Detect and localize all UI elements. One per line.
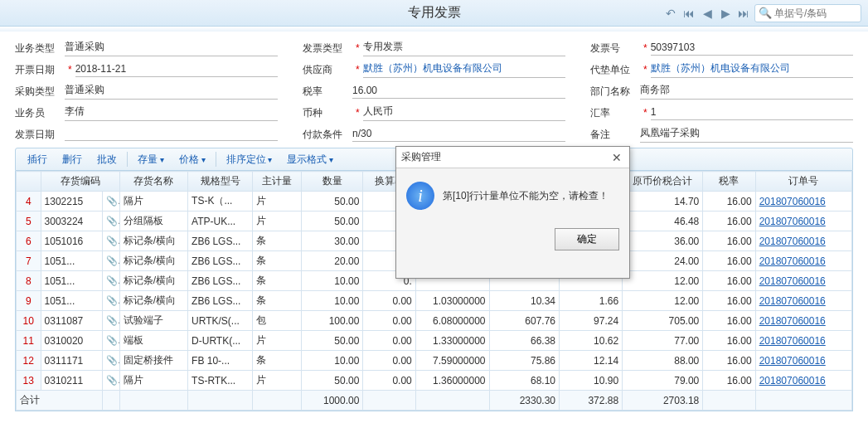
undo-icon[interactable]: ↶ [663, 6, 678, 21]
cell-order[interactable]: 201807060016 [755, 231, 851, 251]
attachment-icon[interactable]: 📎 [102, 311, 119, 331]
cell-name[interactable]: 标记条/横向 [119, 291, 187, 311]
cell-conv[interactable]: 0.00 [363, 291, 415, 311]
attachment-icon[interactable]: 📎 [102, 331, 119, 351]
cell-conv[interactable]: 0.00 [363, 351, 415, 371]
val-pay[interactable]: n/30 [352, 128, 565, 142]
cell-tax[interactable]: 16.00 [703, 212, 755, 231]
val-biz-type[interactable]: 普通采购 [65, 40, 278, 56]
cell-spec[interactable]: ZB6 LGS... [188, 251, 253, 271]
col-tax[interactable]: 税率 [703, 172, 755, 192]
next-icon[interactable]: ▶ [718, 6, 733, 21]
cell-amt[interactable]: 46.48 [623, 212, 703, 231]
val-inv-date[interactable] [65, 128, 278, 141]
val-dept[interactable]: 商务部 [640, 83, 853, 100]
cell-name[interactable]: 标记条/横向 [119, 231, 187, 251]
cell-qty[interactable]: 50.00 [302, 192, 363, 212]
cell-code[interactable]: 1051... [41, 291, 102, 311]
cell-b[interactable]: 10.90 [560, 371, 623, 391]
attachment-icon[interactable]: 📎 [102, 192, 119, 212]
cell-spec[interactable]: ATP-UK... [188, 212, 253, 231]
cell-b[interactable]: 97.24 [560, 311, 623, 331]
cell-unit[interactable]: 片 [253, 212, 302, 231]
cell-amt[interactable]: 12.00 [623, 291, 703, 311]
cell-spec[interactable]: FB 10-... [188, 351, 253, 371]
cell-unit[interactable]: 条 [253, 271, 302, 291]
attachment-icon[interactable]: 📎 [102, 291, 119, 311]
cell-conv[interactable]: 0.00 [363, 371, 415, 391]
cell-qty[interactable]: 50.00 [302, 371, 363, 391]
cell-amt[interactable]: 36.00 [623, 231, 703, 251]
cell-tax[interactable]: 16.00 [703, 251, 755, 271]
cell-r[interactable]: 1.36000000 [415, 371, 489, 391]
cell-spec[interactable]: URTK/S(... [188, 311, 253, 331]
table-row[interactable]: 130310211📎隔片TS-RTK...片50.000.001.3600000… [17, 371, 852, 391]
cell-order[interactable]: 201807060016 [755, 271, 851, 291]
btn-sort[interactable]: 排序定位 [220, 150, 279, 169]
cell-order[interactable]: 201807060016 [755, 331, 851, 351]
cell-tax[interactable]: 16.00 [703, 351, 755, 371]
col-unit[interactable]: 主计量 [253, 172, 302, 192]
cell-code[interactable]: 0311087 [41, 311, 102, 331]
cell-tax[interactable]: 16.00 [703, 231, 755, 251]
table-row[interactable]: 91051...📎标记条/横向ZB6 LGS...条10.000.001.030… [17, 291, 852, 311]
attachment-icon[interactable]: 📎 [102, 271, 119, 291]
cell-unit[interactable]: 片 [253, 331, 302, 351]
cell-unit[interactable]: 片 [253, 192, 302, 212]
val-inv-type[interactable]: 专用发票 [363, 40, 565, 56]
btn-stock[interactable]: 存量 [131, 150, 171, 169]
col-amt[interactable]: 原币价税合计 [623, 172, 703, 192]
cell-spec[interactable]: TS-RTK... [188, 371, 253, 391]
val-adv-unit[interactable]: 默胜（苏州）机电设备有限公司 [651, 61, 853, 78]
btn-batch-edit[interactable]: 批改 [90, 150, 124, 169]
cell-amt[interactable]: 12.00 [623, 271, 703, 291]
val-note[interactable]: 凤凰端子采购 [640, 126, 853, 143]
cell-r[interactable]: 1.03000000 [415, 291, 489, 311]
val-supplier[interactable]: 默胜（苏州）机电设备有限公司 [363, 61, 565, 78]
col-order[interactable]: 订单号 [755, 172, 851, 192]
prev-icon[interactable]: ◀ [700, 6, 715, 21]
cell-r[interactable]: 7.59000000 [415, 351, 489, 371]
cell-code[interactable]: 1051... [41, 271, 102, 291]
cell-code[interactable]: 0310211 [41, 371, 102, 391]
first-icon[interactable]: ⏮ [681, 6, 696, 21]
attachment-icon[interactable]: 📎 [102, 351, 119, 371]
cell-qty[interactable]: 10.00 [302, 351, 363, 371]
cell-amt[interactable]: 14.70 [623, 192, 703, 212]
cell-order[interactable]: 201807060016 [755, 371, 851, 391]
cell-unit[interactable]: 条 [253, 231, 302, 251]
cell-name[interactable]: 标记条/横向 [119, 251, 187, 271]
val-inv-no[interactable]: 50397103 [651, 41, 853, 56]
cell-a[interactable]: 10.34 [489, 291, 560, 311]
col-name[interactable]: 存货名称 [119, 172, 187, 192]
cell-qty[interactable]: 10.00 [302, 271, 363, 291]
cell-name[interactable]: 固定桥接件 [119, 351, 187, 371]
cell-name[interactable]: 标记条/横向 [119, 271, 187, 291]
table-row[interactable]: 110310020📎端板D-URTK(...片50.000.001.330000… [17, 331, 852, 351]
val-purch-type[interactable]: 普通采购 [65, 83, 278, 100]
cell-order[interactable]: 201807060016 [755, 351, 851, 371]
cell-a[interactable]: 68.10 [489, 371, 560, 391]
cell-order[interactable]: 201807060016 [755, 311, 851, 331]
cell-name[interactable]: 试验端子 [119, 311, 187, 331]
attachment-icon[interactable]: 📎 [102, 371, 119, 391]
cell-a[interactable]: 66.38 [489, 331, 560, 351]
cell-r[interactable]: 1.33000000 [415, 331, 489, 351]
cell-order[interactable]: 201807060016 [755, 291, 851, 311]
val-bill-date[interactable]: 2018-11-21 [75, 63, 278, 77]
cell-unit[interactable]: 条 [253, 291, 302, 311]
cell-amt[interactable]: 24.00 [623, 251, 703, 271]
cell-amt[interactable]: 88.00 [623, 351, 703, 371]
cell-order[interactable]: 201807060016 [755, 251, 851, 271]
col-code[interactable]: 存货编码 [41, 172, 119, 192]
cell-unit[interactable]: 包 [253, 311, 302, 331]
cell-unit[interactable]: 片 [253, 371, 302, 391]
cell-tax[interactable]: 16.00 [703, 192, 755, 212]
last-icon[interactable]: ⏭ [736, 6, 751, 21]
cell-unit[interactable]: 条 [253, 251, 302, 271]
cell-qty[interactable]: 100.00 [302, 311, 363, 331]
val-rate[interactable]: 1 [651, 106, 853, 120]
cell-qty[interactable]: 50.00 [302, 212, 363, 231]
cell-qty[interactable]: 10.00 [302, 291, 363, 311]
val-currency[interactable]: 人民币 [363, 105, 565, 121]
